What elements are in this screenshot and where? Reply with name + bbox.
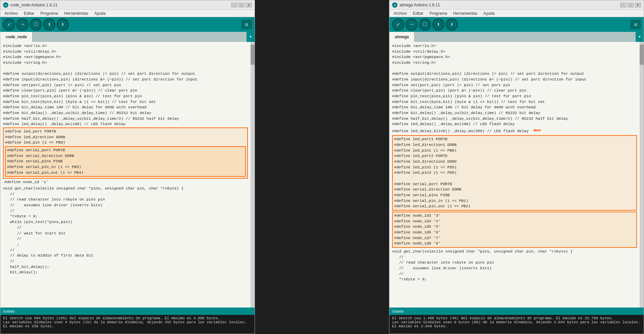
left-maximize-btn[interactable]: □ [238,3,245,7]
right-menu-editar[interactable]: Editar [410,10,426,16]
left-new-btn[interactable]: □ [30,18,42,31]
left-menu-ayuda[interactable]: Ayuda [92,10,108,16]
left-tab-code-node[interactable]: code_node [0,32,33,42]
right-code-content: #include <avr/io.h> #include <util/delay… [392,43,637,135]
left-console: El Sketch usa 684 bytes (16%) del espaci… [0,315,255,334]
right-toolbar: ✓ → □ ⬆ ⬇ ⊡ [389,17,644,32]
left-toolbar: ✓ → □ ⬆ ⬇ ⊡ [0,17,255,32]
right-code-area: #include <avr/io.h> #include <util/delay… [389,42,644,308]
left-scrollbar-thumb[interactable] [251,45,255,65]
left-title-bar: ∞ code_node Arduino 1.6.11 ─ □ ✕ [0,0,255,10]
right-highlight-box-2: #define node_id3 '3' #define node_id4 '4… [392,212,637,248]
right-menu-archivo[interactable]: Archivo [391,10,410,16]
left-ide-window: ∞ code_node Arduino 1.6.11 ─ □ ✕ Archivo… [0,0,255,334]
right-console-line2: Las variables Globales usan 0 bytes (0%)… [392,320,641,328]
right-code-function: void get_char(volatile unsigned char *pi… [392,249,637,282]
left-console-line2: Las variables Globales usan 4 bytes (1%)… [3,320,252,328]
right-console-line1: El Sketch usa 1.488 bytes (4%) del espac… [392,316,641,320]
left-save-btn[interactable]: ⬇ [57,18,69,31]
left-title-text: code_node Arduino 1.6.11 [10,3,231,7]
left-app-icon: ∞ [3,2,8,8]
right-status-bar: Subido [389,308,644,315]
left-win-controls: ─ □ ✕ [231,3,252,7]
right-win-controls: ─ □ ✕ [620,3,641,7]
left-status-bar: Subido [0,308,255,315]
left-code-scroll[interactable]: #include <avr/io.h> #include <util/delay… [0,42,251,308]
left-minimize-btn[interactable]: ─ [231,3,237,7]
right-menu-herramientas[interactable]: Herramientas [450,10,480,16]
right-status-text: Subido [392,309,404,313]
left-node-id-section: #define node_id '1' [3,179,248,185]
left-status-text: Subido [3,309,14,313]
right-title-bar: ∞ atmega Arduino 1.6.11 ─ □ ✕ [389,0,644,10]
left-code-function: void get_char(volatile unsigned char *pi… [3,186,248,275]
right-verify-btn[interactable]: ✓ [392,18,404,31]
left-highlight-box-2: #define serial_port PORTB #define serial… [5,146,246,177]
left-code-area: #include <avr/io.h> #include <util/delay… [0,42,255,308]
left-code-content: #include <avr/io.h> #include <util/delay… [3,43,248,127]
left-menu-editar[interactable]: Editar [21,10,37,16]
left-tab-dropdown[interactable]: ▼ [247,32,255,42]
right-tab-bar: atmega ▼ [389,32,644,42]
left-menu-archivo[interactable]: Archivo [2,10,20,16]
right-tab-dropdown[interactable]: ▼ [636,32,644,42]
right-ide-window: ∞ atmega Arduino 1.6.11 ─ □ ✕ Archivo Ed… [389,0,644,334]
right-menu-programa[interactable]: Programa [427,10,450,16]
right-app-icon: ∞ [392,2,397,8]
right-open-btn[interactable]: ⬆ [432,18,444,31]
right-minimize-btn[interactable]: ─ [620,3,626,7]
right-close-btn[interactable]: ✕ [635,3,641,7]
left-open-btn[interactable]: ⬆ [43,18,55,31]
left-menu-programa[interactable]: Programa [38,10,61,16]
left-console-line1: El Sketch usa 684 bytes (16%) del espaci… [3,316,252,320]
left-tab-bar: code_node ▼ [0,32,255,42]
right-scrollbar-thumb[interactable] [640,45,644,65]
right-title-text: atmega Arduino 1.6.11 [399,3,620,7]
left-upload-btn[interactable]: → [16,18,29,31]
right-menu-ayuda[interactable]: Ayuda [481,10,497,16]
right-console: El Sketch usa 1.488 bytes (4%) del espac… [389,315,644,334]
right-new-btn[interactable]: □ [419,18,431,31]
right-upload-btn[interactable]: → [406,18,418,31]
left-close-btn[interactable]: ✕ [246,3,252,7]
right-menu-bar: Archivo Editar Programa Herramientas Ayu… [389,10,644,17]
left-highlight-box-1: #define led_port PORTB #define led_direc… [3,127,248,179]
right-code-scroll[interactable]: #include <avr/io.h> #include <util/delay… [389,42,640,308]
left-verify-btn[interactable]: ✓ [3,18,15,31]
left-menu-herramientas[interactable]: Herramientas [61,10,91,16]
right-save-btn[interactable]: ⬇ [446,18,458,31]
right-scrollbar[interactable] [640,42,644,308]
right-serial-monitor-btn[interactable]: ⊡ [630,20,641,29]
right-maximize-btn[interactable]: □ [628,3,634,7]
left-serial-monitor-btn[interactable]: ⊡ [241,20,252,29]
left-menu-bar: Archivo Editar Programa Herramientas Ayu… [0,10,255,17]
left-scrollbar[interactable] [251,42,255,308]
right-highlight-box-1: #define led_port1 PORTB #define led_dire… [392,135,637,211]
right-tab-atmega[interactable]: atmega [389,32,415,42]
